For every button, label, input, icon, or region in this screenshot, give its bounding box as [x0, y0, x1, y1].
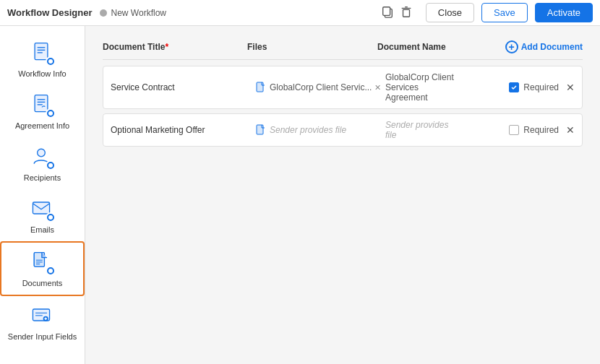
- remove-row-button[interactable]: ✕: [566, 124, 575, 136]
- workflow-status-dot: [100, 9, 107, 17]
- svg-rect-5: [35, 43, 48, 60]
- doc-title-value: Optional Marketing Offer: [111, 125, 205, 135]
- col-name-header: Document Name: [377, 42, 467, 52]
- file-icon: [255, 82, 267, 93]
- col-title-header: Document Title*: [103, 42, 247, 52]
- sidebar-item-emails-label: Emails: [30, 225, 54, 234]
- doc-name-cell: GlobalCorp Client Services Agreement: [385, 72, 459, 103]
- doc-name-placeholder: Sender provides file: [385, 120, 448, 140]
- svg-point-24: [48, 269, 53, 273]
- close-button[interactable]: Close: [426, 3, 474, 22]
- agreement-info-icon-container: [30, 92, 56, 118]
- sender-input-fields-icon-container: [30, 303, 56, 329]
- sidebar-item-recipients-label: Recipients: [24, 173, 61, 182]
- sender-input-fields-icon: [30, 303, 53, 326]
- emails-icon-container: [30, 196, 56, 222]
- svg-rect-10: [35, 95, 48, 112]
- svg-point-18: [48, 215, 53, 220]
- svg-point-9: [48, 59, 53, 64]
- doc-file-placeholder: Sender provides file: [270, 125, 346, 135]
- clear-file-button[interactable]: ✕: [374, 83, 381, 92]
- doc-name-cell: Sender provides file: [385, 120, 459, 140]
- doc-actions-cell: Required ✕: [459, 82, 575, 93]
- content-area: Document Title* Files Document Name + Ad…: [85, 26, 600, 364]
- sidebar-item-sender-input-fields[interactable]: Sender Input Fields: [0, 296, 85, 348]
- sidebar-item-recipients[interactable]: Recipients: [0, 137, 85, 189]
- sidebar-item-agreement-info[interactable]: Agreement Info: [0, 85, 85, 137]
- emails-badge: [46, 212, 56, 222]
- col-files-label: Files: [247, 42, 267, 52]
- svg-point-15: [37, 149, 45, 157]
- svg-point-14: [48, 111, 53, 116]
- remove-row-button[interactable]: ✕: [566, 82, 575, 93]
- table-header: Document Title* Files Document Name + Ad…: [103, 40, 583, 60]
- svg-rect-1: [383, 6, 390, 15]
- top-bar: Workflow Designer New Workflow Close Sav…: [0, 0, 600, 26]
- col-name-label: Document Name: [377, 42, 446, 52]
- svg-rect-2: [403, 9, 409, 17]
- sidebar-item-workflow-info[interactable]: Workflow Info: [0, 33, 85, 85]
- required-label: Required: [523, 82, 559, 92]
- svg-rect-32: [257, 125, 263, 134]
- save-button[interactable]: Save: [481, 3, 528, 22]
- add-document-plus-icon: +: [505, 40, 518, 53]
- delete-icon[interactable]: [400, 5, 413, 21]
- svg-point-16: [48, 163, 53, 168]
- required-label: Required: [523, 125, 559, 135]
- copy-icon[interactable]: [381, 5, 394, 21]
- doc-title-cell: Optional Marketing Offer: [111, 125, 255, 135]
- doc-title-cell: Service Contract: [111, 82, 255, 92]
- svg-rect-31: [257, 82, 263, 92]
- toolbar-icons: [381, 5, 413, 21]
- documents-icon-container: [30, 250, 56, 276]
- doc-file-name: GlobalCorp Client Servic...: [270, 82, 372, 92]
- workflow-info-badge: [46, 56, 56, 66]
- sidebar-item-workflow-info-label: Workflow Info: [18, 69, 66, 78]
- doc-title-value: Service Contract: [111, 82, 175, 92]
- table-row: Optional Marketing Offer Sender provides…: [103, 113, 583, 147]
- col-files-header: Files: [247, 42, 377, 52]
- required-checkbox-checked[interactable]: [509, 82, 519, 92]
- workflow-info-icon-container: [30, 40, 56, 66]
- add-document-label: Add Document: [521, 42, 583, 52]
- required-checkbox-unchecked[interactable]: [509, 125, 519, 135]
- sidebar-item-agreement-info-label: Agreement Info: [15, 121, 69, 130]
- documents-badge: [46, 266, 56, 276]
- agreement-info-badge: [46, 108, 56, 118]
- doc-files-cell: GlobalCorp Client Servic... ✕: [255, 82, 385, 93]
- workflow-name: New Workflow: [111, 8, 166, 18]
- col-title-label: Document Title: [103, 42, 165, 52]
- doc-files-cell: Sender provides file: [255, 124, 385, 136]
- recipients-icon-container: [30, 144, 56, 170]
- sidebar-item-sender-input-fields-label: Sender Input Fields: [8, 332, 77, 341]
- activate-button[interactable]: Activate: [535, 3, 593, 22]
- app-title: Workflow Designer: [7, 7, 93, 18]
- file-icon: [255, 124, 267, 136]
- sidebar-item-documents[interactable]: Documents: [0, 241, 85, 296]
- add-document-button[interactable]: + Add Document: [505, 40, 583, 53]
- workflow-tab: New Workflow: [100, 8, 166, 18]
- doc-name-value: GlobalCorp Client Services Agreement: [385, 72, 454, 103]
- col-actions-header: + Add Document: [467, 40, 583, 53]
- sidebar-item-documents-label: Documents: [22, 279, 63, 287]
- doc-actions-cell: Required ✕: [459, 124, 575, 136]
- svg-rect-17: [33, 202, 49, 214]
- main-layout: Workflow Info Agreement Info: [0, 26, 600, 364]
- sidebar-item-emails[interactable]: Emails: [0, 189, 85, 241]
- recipients-badge: [46, 160, 56, 170]
- table-row: Service Contract GlobalCorp Client Servi…: [103, 66, 583, 109]
- required-star: *: [165, 42, 168, 52]
- sidebar: Workflow Info Agreement Info: [0, 26, 85, 364]
